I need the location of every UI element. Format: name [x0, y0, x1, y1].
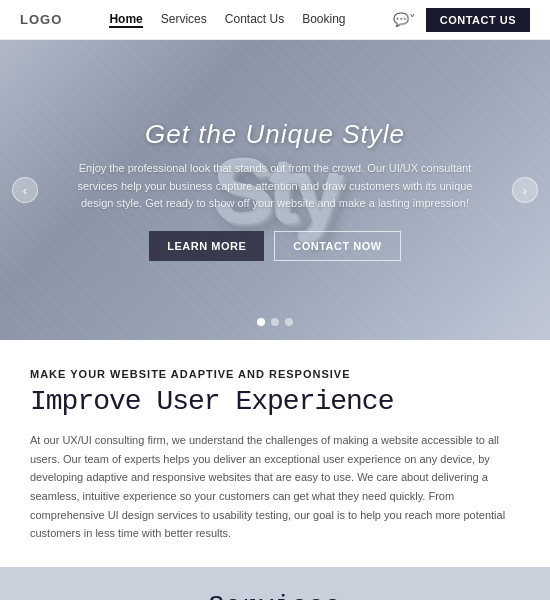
hero-arrow-right[interactable]: ›	[512, 177, 538, 203]
nav-services[interactable]: Services	[161, 12, 207, 28]
hero-subtitle: Enjoy the professional look that stands …	[75, 160, 475, 213]
services-section: Services Web Design All services are ava…	[0, 567, 550, 600]
improve-subtitle: MAKE YOUR WEBSITE ADAPTIVE AND RESPONSIV…	[30, 368, 520, 380]
hero-dot-3[interactable]	[285, 318, 293, 326]
improve-body: At our UX/UI consulting firm, we underst…	[30, 431, 520, 543]
hero-dot-1[interactable]	[257, 318, 265, 326]
hero-dot-2[interactable]	[271, 318, 279, 326]
nav-right: 💬˅ CONTACT US	[393, 8, 530, 32]
learn-more-button[interactable]: LEARN MORE	[149, 231, 264, 261]
services-title: Services	[20, 591, 530, 600]
hero-buttons: LEARN MORE CONTACT NOW	[75, 231, 475, 261]
nav-links: Home Services Contact Us Booking	[109, 12, 345, 28]
hero-arrow-left[interactable]: ‹	[12, 177, 38, 203]
contact-us-button[interactable]: CONTACT US	[426, 8, 530, 32]
nav-contact[interactable]: Contact Us	[225, 12, 284, 28]
logo: LOGO	[20, 12, 62, 27]
hero-title: Get the Unique Style	[75, 119, 475, 150]
improve-title: Improve User Experience	[30, 386, 520, 417]
hero-content: Get the Unique Style Enjoy the professio…	[15, 119, 535, 261]
contact-now-button[interactable]: CONTACT NOW	[274, 231, 400, 261]
comment-icon[interactable]: 💬˅	[393, 12, 416, 27]
navbar: LOGO Home Services Contact Us Booking 💬˅…	[0, 0, 550, 40]
improve-section: MAKE YOUR WEBSITE ADAPTIVE AND RESPONSIV…	[0, 340, 550, 567]
hero-section: Sty Get the Unique Style Enjoy the profe…	[0, 40, 550, 340]
nav-booking[interactable]: Booking	[302, 12, 345, 28]
nav-home[interactable]: Home	[109, 12, 142, 28]
hero-dots	[257, 318, 293, 326]
